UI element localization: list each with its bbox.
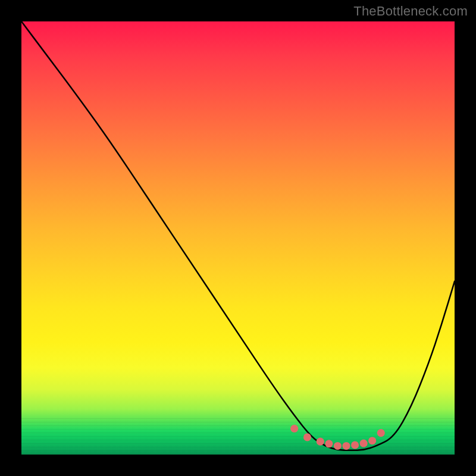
optimal-dot xyxy=(342,442,350,450)
optimal-dot xyxy=(303,433,311,441)
curve-layer xyxy=(21,21,455,455)
watermark-text: TheBottleneck.com xyxy=(353,4,468,19)
optimal-dot xyxy=(317,438,324,446)
optimal-dot xyxy=(377,429,385,437)
optimal-dot xyxy=(290,425,298,433)
optimal-dot xyxy=(334,442,342,450)
optimal-dot xyxy=(325,440,333,447)
optimal-dot xyxy=(351,441,359,449)
optimal-dot xyxy=(360,440,368,447)
plot-area xyxy=(21,21,455,455)
bottleneck-curve xyxy=(21,21,455,450)
chart-frame: TheBottleneck.com xyxy=(0,0,476,476)
optimal-dot xyxy=(368,437,376,444)
